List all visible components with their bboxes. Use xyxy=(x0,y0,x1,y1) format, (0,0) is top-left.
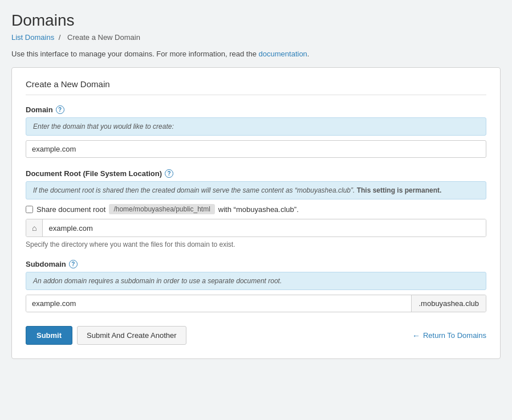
breadcrumb: List Domains / Create a New Domain xyxy=(11,33,501,42)
page-title: Domains xyxy=(11,11,501,30)
document-root-form-group: Document Root (File System Location) ? I… xyxy=(26,169,486,248)
create-domain-card: Create a New Domain Domain ? Enter the d… xyxy=(11,67,501,359)
document-root-label: Document Root (File System Location) ? xyxy=(26,169,486,178)
return-to-domains-link[interactable]: ← Return To Domains xyxy=(412,331,486,340)
breadcrumb-list-domains-link[interactable]: List Domains xyxy=(11,33,54,42)
document-root-help-icon[interactable]: ? xyxy=(165,169,173,178)
domain-help-icon[interactable]: ? xyxy=(56,105,64,114)
document-root-input-wrapper: ⌂ xyxy=(26,219,486,237)
share-document-root-checkbox[interactable] xyxy=(26,206,33,213)
share-path: /home/mobuyashea/public_html xyxy=(109,204,214,214)
subdomain-suffix: .mobuyashea.club xyxy=(411,295,486,312)
domain-form-group: Domain ? Enter the domain that you would… xyxy=(26,105,486,158)
domain-info-box: Enter the domain that you would like to … xyxy=(26,117,486,136)
subdomain-input[interactable] xyxy=(26,295,411,312)
share-label-prefix: Share document root xyxy=(36,205,105,214)
subdomain-info-box: An addon domain requires a subdomain in … xyxy=(26,272,486,290)
subdomain-input-wrapper: .mobuyashea.club xyxy=(26,295,486,312)
subdomain-help-icon[interactable]: ? xyxy=(69,260,78,268)
description-suffix: . xyxy=(307,50,310,58)
documentation-link[interactable]: documentation xyxy=(259,50,307,58)
return-label: Return To Domains xyxy=(423,331,486,340)
domain-label: Domain ? xyxy=(26,105,486,114)
page-description: Use this interface to manage your domain… xyxy=(11,50,501,58)
card-title: Create a New Domain xyxy=(26,79,486,95)
description-text: Use this interface to manage your domain… xyxy=(11,50,257,58)
home-icon: ⌂ xyxy=(26,219,43,236)
actions-left: Submit Submit And Create Another xyxy=(26,326,186,345)
subdomain-form-group: Subdomain ? An addon domain requires a s… xyxy=(26,260,486,312)
submit-another-button[interactable]: Submit And Create Another xyxy=(77,326,186,345)
breadcrumb-separator: / xyxy=(59,33,61,42)
subdomain-label: Subdomain ? xyxy=(26,260,486,268)
form-actions: Submit Submit And Create Another ← Retur… xyxy=(26,326,486,345)
share-label-suffix: with “mobuyashea.club”. xyxy=(218,205,299,214)
breadcrumb-current: Create a New Domain xyxy=(67,33,140,42)
document-root-hint: Specify the directory where you want the… xyxy=(26,240,486,248)
return-arrow-icon: ← xyxy=(412,331,420,340)
document-root-input[interactable] xyxy=(43,219,486,236)
domain-input[interactable] xyxy=(26,140,486,158)
document-root-info-box: If the document root is shared then the … xyxy=(26,181,486,199)
submit-button[interactable]: Submit xyxy=(26,326,72,345)
share-document-root-row: Share document root /home/mobuyashea/pub… xyxy=(26,204,486,214)
